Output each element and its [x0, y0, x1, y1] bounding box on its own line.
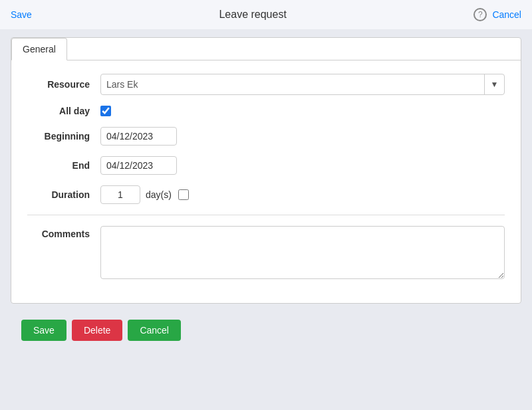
end-row: End — [27, 156, 505, 175]
top-cancel-button[interactable]: Cancel — [492, 9, 521, 20]
duration-label: Duration — [27, 189, 100, 200]
comments-row: Comments — [27, 226, 505, 279]
duration-input[interactable] — [100, 185, 140, 204]
end-label: End — [27, 160, 100, 171]
top-save-button[interactable]: Save — [11, 9, 32, 20]
end-input[interactable] — [100, 156, 177, 175]
form-card: General Resource ▼ All day Beginn — [11, 37, 521, 304]
cancel-button[interactable]: Cancel — [128, 320, 181, 341]
page-title: Leave request — [219, 9, 286, 21]
beginning-row: Beginning — [27, 127, 505, 146]
top-bar: Save Leave request ? Cancel — [0, 0, 532, 29]
main-content: General Resource ▼ All day Beginn — [0, 29, 532, 410]
resource-input[interactable] — [101, 76, 484, 93]
top-bar-left: Save — [11, 9, 32, 20]
duration-checkbox[interactable] — [178, 189, 189, 200]
dropdown-arrow-icon[interactable]: ▼ — [484, 74, 504, 94]
form-body: Resource ▼ All day Beginning End — [11, 60, 521, 303]
delete-button[interactable]: Delete — [72, 320, 122, 341]
help-icon[interactable]: ? — [473, 8, 487, 21]
all-day-label: All day — [27, 106, 100, 116]
all-day-row: All day — [27, 106, 505, 116]
all-day-checkbox[interactable] — [100, 106, 111, 116]
resource-row: Resource ▼ — [27, 74, 505, 95]
comments-textarea[interactable] — [100, 226, 505, 279]
bottom-bar: Save Delete Cancel — [11, 312, 521, 349]
beginning-input[interactable] — [100, 127, 177, 146]
comments-label: Comments — [27, 226, 100, 239]
form-divider — [27, 215, 505, 215]
save-button[interactable]: Save — [21, 320, 66, 341]
resource-label: Resource — [27, 79, 100, 90]
top-bar-right: ? Cancel — [473, 8, 521, 21]
tab-general[interactable]: General — [11, 38, 67, 60]
duration-unit: day(s) — [146, 189, 172, 200]
duration-row: Duration day(s) — [27, 185, 505, 204]
tabs: General — [11, 38, 521, 60]
all-day-checkbox-wrapper — [100, 106, 111, 116]
resource-dropdown[interactable]: ▼ — [100, 74, 505, 95]
beginning-label: Beginning — [27, 131, 100, 142]
